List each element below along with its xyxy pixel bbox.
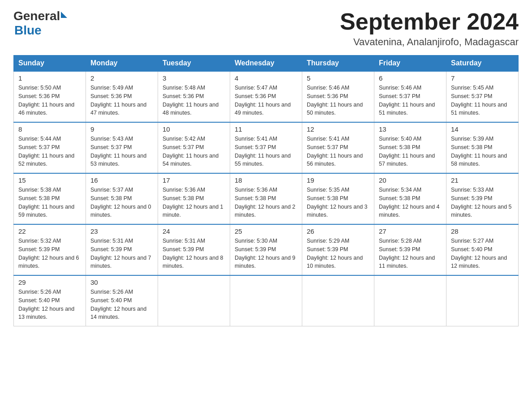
day-number: 19 [307,176,369,184]
day-info: Sunrise: 5:44 AMSunset: 5:37 PMDaylight:… [18,135,81,168]
weekday-header-saturday: Saturday [446,56,519,72]
day-number: 23 [90,227,153,235]
day-number: 13 [379,125,442,133]
day-info: Sunrise: 5:45 AMSunset: 5:37 PMDaylight:… [451,84,514,117]
day-info: Sunrise: 5:48 AMSunset: 5:36 PMDaylight:… [163,84,225,117]
calendar-cell: 15Sunrise: 5:38 AMSunset: 5:38 PMDayligh… [14,173,86,224]
calendar-cell: 24Sunrise: 5:31 AMSunset: 5:39 PMDayligh… [158,224,230,275]
calendar-cell: 11Sunrise: 5:41 AMSunset: 5:37 PMDayligh… [230,122,302,173]
day-info: Sunrise: 5:35 AMSunset: 5:38 PMDaylight:… [307,186,369,219]
calendar-cell: 5Sunrise: 5:46 AMSunset: 5:36 PMDaylight… [302,71,374,122]
calendar-cell: 4Sunrise: 5:47 AMSunset: 5:36 PMDaylight… [230,71,302,122]
day-info: Sunrise: 5:34 AMSunset: 5:38 PMDaylight:… [379,186,442,219]
calendar-cell: 18Sunrise: 5:36 AMSunset: 5:38 PMDayligh… [230,173,302,224]
calendar-cell: 21Sunrise: 5:33 AMSunset: 5:39 PMDayligh… [446,173,519,224]
weekday-header-row: SundayMondayTuesdayWednesdayThursdayFrid… [14,56,519,72]
calendar-cell: 19Sunrise: 5:35 AMSunset: 5:38 PMDayligh… [302,173,374,224]
day-number: 15 [18,176,81,184]
calendar-cell: 16Sunrise: 5:37 AMSunset: 5:38 PMDayligh… [86,173,158,224]
calendar-cell: 20Sunrise: 5:34 AMSunset: 5:38 PMDayligh… [374,173,446,224]
day-number: 17 [163,176,225,184]
day-number: 14 [451,125,514,133]
week-row-2: 8Sunrise: 5:44 AMSunset: 5:37 PMDaylight… [14,122,519,173]
day-info: Sunrise: 5:28 AMSunset: 5:39 PMDaylight:… [379,237,442,270]
day-number: 29 [18,278,81,286]
day-number: 30 [90,278,153,286]
week-row-1: 1Sunrise: 5:50 AMSunset: 5:36 PMDaylight… [14,71,519,122]
day-info: Sunrise: 5:49 AMSunset: 5:36 PMDaylight:… [90,84,153,117]
day-number: 11 [235,125,297,133]
week-row-3: 15Sunrise: 5:38 AMSunset: 5:38 PMDayligh… [14,173,519,224]
day-number: 5 [307,74,369,82]
day-info: Sunrise: 5:31 AMSunset: 5:39 PMDaylight:… [163,237,225,270]
weekday-header-tuesday: Tuesday [158,56,230,72]
day-info: Sunrise: 5:40 AMSunset: 5:38 PMDaylight:… [379,135,442,168]
day-info: Sunrise: 5:47 AMSunset: 5:36 PMDaylight:… [235,84,297,117]
logo-general-text: General [13,9,60,23]
day-number: 27 [379,227,442,235]
day-info: Sunrise: 5:50 AMSunset: 5:36 PMDaylight:… [18,84,81,117]
day-info: Sunrise: 5:37 AMSunset: 5:38 PMDaylight:… [90,186,153,219]
weekday-header-friday: Friday [374,56,446,72]
day-info: Sunrise: 5:29 AMSunset: 5:39 PMDaylight:… [307,237,369,270]
day-number: 28 [451,227,514,235]
week-row-4: 22Sunrise: 5:32 AMSunset: 5:39 PMDayligh… [14,224,519,275]
day-info: Sunrise: 5:36 AMSunset: 5:38 PMDaylight:… [163,186,225,219]
day-number: 7 [451,74,514,82]
day-info: Sunrise: 5:30 AMSunset: 5:39 PMDaylight:… [235,237,297,270]
day-info: Sunrise: 5:41 AMSunset: 5:37 PMDaylight:… [235,135,297,168]
day-number: 12 [307,125,369,133]
calendar-cell: 13Sunrise: 5:40 AMSunset: 5:38 PMDayligh… [374,122,446,173]
day-number: 1 [18,74,81,82]
day-number: 24 [163,227,225,235]
calendar-cell: 17Sunrise: 5:36 AMSunset: 5:38 PMDayligh… [158,173,230,224]
weekday-header-thursday: Thursday [302,56,374,72]
day-info: Sunrise: 5:39 AMSunset: 5:38 PMDaylight:… [451,135,514,168]
week-row-5: 29Sunrise: 5:26 AMSunset: 5:40 PMDayligh… [14,275,519,326]
day-number: 22 [18,227,81,235]
calendar-cell [374,275,446,326]
day-number: 25 [235,227,297,235]
day-number: 16 [90,176,153,184]
day-number: 3 [163,74,225,82]
header: General Blue September 2024 Vavatenina, … [13,9,519,48]
day-number: 2 [90,74,153,82]
day-info: Sunrise: 5:36 AMSunset: 5:38 PMDaylight:… [235,186,297,219]
calendar-cell: 12Sunrise: 5:41 AMSunset: 5:37 PMDayligh… [302,122,374,173]
logo: General Blue [13,9,67,38]
calendar-cell: 28Sunrise: 5:27 AMSunset: 5:40 PMDayligh… [446,224,519,275]
calendar-cell: 9Sunrise: 5:43 AMSunset: 5:37 PMDaylight… [86,122,158,173]
calendar-cell: 3Sunrise: 5:48 AMSunset: 5:36 PMDaylight… [158,71,230,122]
day-info: Sunrise: 5:42 AMSunset: 5:37 PMDaylight:… [163,135,225,168]
day-number: 20 [379,176,442,184]
weekday-header-monday: Monday [86,56,158,72]
calendar-cell: 10Sunrise: 5:42 AMSunset: 5:37 PMDayligh… [158,122,230,173]
day-number: 18 [235,176,297,184]
day-info: Sunrise: 5:33 AMSunset: 5:39 PMDaylight:… [451,186,514,219]
calendar-cell [158,275,230,326]
logo-blue-text: Blue [14,23,42,38]
calendar-cell: 23Sunrise: 5:31 AMSunset: 5:39 PMDayligh… [86,224,158,275]
day-info: Sunrise: 5:32 AMSunset: 5:39 PMDaylight:… [18,237,81,270]
day-number: 10 [163,125,225,133]
day-info: Sunrise: 5:46 AMSunset: 5:36 PMDaylight:… [307,84,369,117]
calendar-cell: 22Sunrise: 5:32 AMSunset: 5:39 PMDayligh… [14,224,86,275]
weekday-header-wednesday: Wednesday [230,56,302,72]
day-info: Sunrise: 5:27 AMSunset: 5:40 PMDaylight:… [451,237,514,270]
day-number: 8 [18,125,81,133]
logo-arrow-icon [61,12,67,18]
calendar-cell: 27Sunrise: 5:28 AMSunset: 5:39 PMDayligh… [374,224,446,275]
calendar-cell: 26Sunrise: 5:29 AMSunset: 5:39 PMDayligh… [302,224,374,275]
calendar-cell: 8Sunrise: 5:44 AMSunset: 5:37 PMDaylight… [14,122,86,173]
calendar-cell: 30Sunrise: 5:26 AMSunset: 5:40 PMDayligh… [86,275,158,326]
day-number: 26 [307,227,369,235]
day-info: Sunrise: 5:26 AMSunset: 5:40 PMDaylight:… [90,288,153,321]
day-info: Sunrise: 5:26 AMSunset: 5:40 PMDaylight:… [18,288,81,321]
calendar-cell: 2Sunrise: 5:49 AMSunset: 5:36 PMDaylight… [86,71,158,122]
calendar-cell [446,275,519,326]
calendar-cell: 29Sunrise: 5:26 AMSunset: 5:40 PMDayligh… [14,275,86,326]
calendar-cell: 6Sunrise: 5:46 AMSunset: 5:37 PMDaylight… [374,71,446,122]
calendar-cell: 25Sunrise: 5:30 AMSunset: 5:39 PMDayligh… [230,224,302,275]
location-subtitle: Vavatenina, Analanjirofo, Madagascar [340,36,519,48]
day-info: Sunrise: 5:38 AMSunset: 5:38 PMDaylight:… [18,186,81,219]
